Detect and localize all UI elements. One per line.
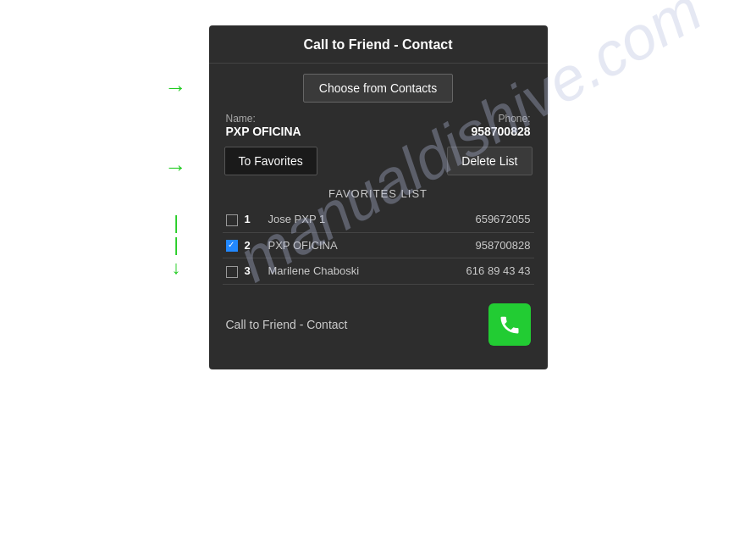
- contact-phone: 659672055: [421, 207, 534, 232]
- table-row: 3Marilene Chaboski616 89 43 43: [223, 258, 534, 285]
- contact-phone: 616 89 43 43: [421, 258, 534, 285]
- favorites-header: FAVORITES LIST: [223, 187, 534, 200]
- contact-number: 2: [241, 232, 265, 258]
- choose-row: Choose from Contacts: [223, 74, 534, 103]
- card-body: Choose from Contacts Name: PXP OFICINA P…: [209, 64, 548, 356]
- contact-card: Call to Friend - Contact Choose from Con…: [209, 25, 548, 369]
- table-row: 2PXP OFICINA958700828: [223, 232, 534, 258]
- arrow-favorites-left-icon: →: [165, 154, 187, 180]
- contact-number: 1: [241, 207, 265, 232]
- contact-name: Marilene Chaboski: [265, 258, 421, 285]
- contact-name: Jose PXP 1: [265, 207, 421, 232]
- arrow-choose-icon: →: [165, 75, 187, 101]
- contact-checkbox[interactable]: [226, 240, 238, 252]
- phone-icon: [498, 313, 521, 336]
- call-friend-label: Call to Friend - Contact: [226, 318, 348, 331]
- delete-list-button[interactable]: Delete List: [447, 147, 532, 175]
- actions-row: To Favorites Delete List: [223, 147, 534, 175]
- name-col: Name: PXP OFICINA: [226, 113, 301, 138]
- phone-label: Phone:: [498, 113, 530, 125]
- favorites-table: 1Jose PXP 16596720552PXP OFICINA95870082…: [223, 207, 534, 285]
- arrow-down-icon: | | ↓: [172, 212, 181, 279]
- contact-checkbox[interactable]: [226, 266, 238, 278]
- choose-contacts-button[interactable]: Choose from Contacts: [303, 74, 453, 103]
- to-favorites-button[interactable]: To Favorites: [224, 147, 317, 175]
- contact-phone: 958700828: [421, 232, 534, 258]
- contact-number: 3: [241, 258, 265, 285]
- phone-col: Phone: 958700828: [471, 113, 530, 138]
- call-friend-right: [488, 303, 531, 346]
- actions-left: To Favorites: [224, 147, 317, 175]
- name-label: Name:: [226, 113, 256, 125]
- contact-checkbox[interactable]: [226, 214, 238, 226]
- contact-name: PXP OFICINA: [265, 232, 421, 258]
- card-title: Call to Friend - Contact: [209, 25, 548, 64]
- phone-value: 958700828: [471, 125, 530, 138]
- table-row: 1Jose PXP 1659672055: [223, 207, 534, 232]
- name-value: PXP OFICINA: [226, 125, 301, 138]
- call-button[interactable]: [488, 303, 531, 346]
- call-friend-row: Call to Friend - Contact: [223, 297, 534, 346]
- page-wrapper: manualdishive.com → → ← | | ↓ → Call to …: [0, 0, 756, 533]
- info-row: Name: PXP OFICINA Phone: 958700828: [223, 113, 534, 138]
